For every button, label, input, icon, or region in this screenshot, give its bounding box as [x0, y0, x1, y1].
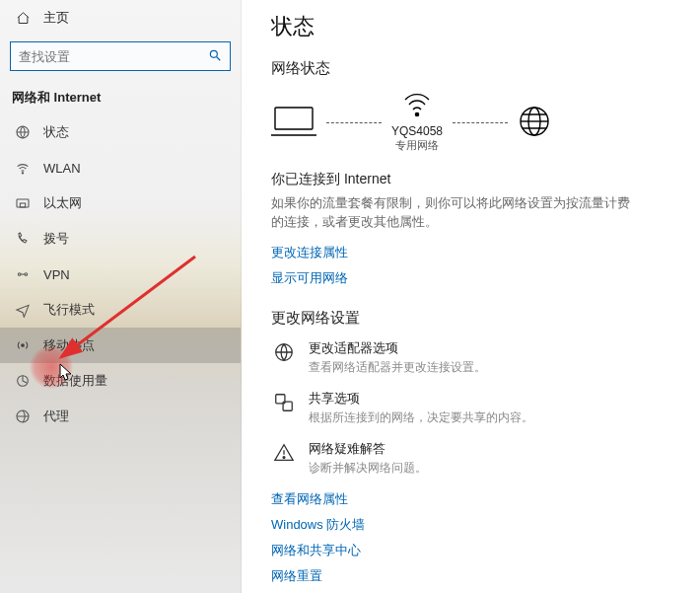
sidebar-item-airplane[interactable]: 飞行模式	[0, 292, 241, 328]
ethernet-icon	[12, 195, 34, 211]
wifi-icon	[12, 160, 34, 176]
sidebar-item-vpn[interactable]: VPN	[0, 257, 241, 292]
wifi-name-label: YQS4058	[391, 124, 443, 138]
option-sub: 诊断并解决网络问题。	[309, 460, 427, 477]
view-network-properties-link[interactable]: 查看网络属性	[271, 490, 678, 508]
sharing-option[interactable]: 共享选项 根据所连接到的网络，决定要共享的内容。	[271, 390, 678, 426]
option-sub: 根据所连接到的网络，决定要共享的内容。	[309, 409, 533, 426]
svg-point-14	[415, 112, 418, 115]
sidebar-item-datausage[interactable]: 数据使用量	[0, 363, 241, 399]
option-title: 更改适配器选项	[309, 339, 486, 357]
sidebar-item-label: VPN	[43, 267, 70, 282]
sidebar-item-ethernet[interactable]: 以太网	[0, 185, 241, 221]
svg-point-3	[22, 173, 23, 174]
show-networks-link[interactable]: 显示可用网络	[271, 269, 678, 287]
connection-line	[453, 122, 508, 123]
search-icon	[208, 48, 222, 65]
option-title: 共享选项	[309, 390, 533, 408]
sidebar-item-wlan[interactable]: WLAN	[0, 150, 241, 185]
vpn-icon	[12, 266, 34, 282]
adapter-icon	[271, 339, 297, 376]
connection-line	[326, 122, 382, 123]
status-icon	[12, 124, 34, 140]
computer-icon	[271, 104, 316, 142]
sidebar-item-proxy[interactable]: 代理	[0, 399, 241, 434]
sidebar-item-status[interactable]: 状态	[0, 114, 241, 150]
sidebar-item-hotspot[interactable]: 移动热点	[0, 328, 241, 363]
settings-sidebar: 主页 网络和 Internet 状态 WLAN	[0, 0, 242, 593]
option-sub: 查看网络适配器并更改连接设置。	[309, 359, 486, 376]
network-sharing-center-link[interactable]: 网络和共享中心	[271, 542, 678, 559]
svg-point-6	[18, 273, 21, 276]
sharing-icon	[271, 390, 297, 426]
page-title: 状态	[271, 12, 678, 41]
network-reset-link[interactable]: 网络重置	[271, 567, 678, 585]
svg-point-0	[210, 50, 217, 57]
home-link[interactable]: 主页	[0, 0, 241, 36]
home-label: 主页	[43, 9, 69, 27]
svg-point-8	[22, 344, 25, 347]
hotspot-icon	[12, 337, 34, 353]
wifi-router-icon	[400, 92, 434, 122]
sidebar-item-dialup[interactable]: 拨号	[0, 221, 241, 257]
troubleshoot-option[interactable]: 网络疑难解答 诊断并解决网络问题。	[271, 440, 678, 477]
airplane-icon	[12, 302, 34, 318]
svg-line-1	[217, 56, 221, 60]
network-status-heading: 网络状态	[271, 59, 678, 78]
connected-status-desc: 如果你的流量套餐有限制，则你可以将此网络设置为按流量计费的连接，或者更改其他属性…	[271, 194, 636, 232]
sidebar-item-label: 移动热点	[43, 336, 95, 354]
wifi-type-label: 专用网络	[395, 138, 439, 153]
dialup-icon	[12, 231, 34, 247]
sidebar-item-label: 状态	[43, 123, 69, 141]
svg-rect-12	[275, 108, 313, 129]
change-settings-heading: 更改网络设置	[271, 309, 678, 328]
network-diagram: YQS4058 专用网络	[271, 92, 678, 153]
search-settings-input[interactable]	[10, 41, 231, 71]
connected-status-title: 你已连接到 Internet	[271, 171, 678, 188]
globe-icon	[518, 105, 551, 141]
option-title: 网络疑难解答	[309, 440, 427, 458]
sidebar-item-label: 数据使用量	[43, 372, 107, 390]
sidebar-category-label: 网络和 Internet	[0, 75, 241, 114]
change-connection-link[interactable]: 更改连接属性	[271, 244, 678, 261]
svg-point-22	[283, 456, 285, 458]
sidebar-item-label: 代理	[43, 408, 69, 425]
main-content: 状态 网络状态 YQS4058 专用网络 你已连接到 Internet 如果你的…	[242, 0, 700, 593]
troubleshoot-icon	[271, 440, 297, 477]
search-input-field[interactable]	[19, 49, 208, 64]
sidebar-item-label: WLAN	[43, 161, 81, 176]
svg-rect-5	[20, 203, 25, 207]
change-adapter-option[interactable]: 更改适配器选项 查看网络适配器并更改连接设置。	[271, 339, 678, 376]
home-icon	[12, 11, 34, 26]
sidebar-item-label: 飞行模式	[43, 301, 95, 319]
svg-point-7	[25, 273, 28, 276]
proxy-icon	[12, 408, 34, 424]
data-usage-icon	[12, 373, 34, 389]
sidebar-item-label: 以太网	[43, 194, 82, 212]
windows-firewall-link[interactable]: Windows 防火墙	[271, 516, 678, 534]
sidebar-item-label: 拨号	[43, 230, 69, 248]
